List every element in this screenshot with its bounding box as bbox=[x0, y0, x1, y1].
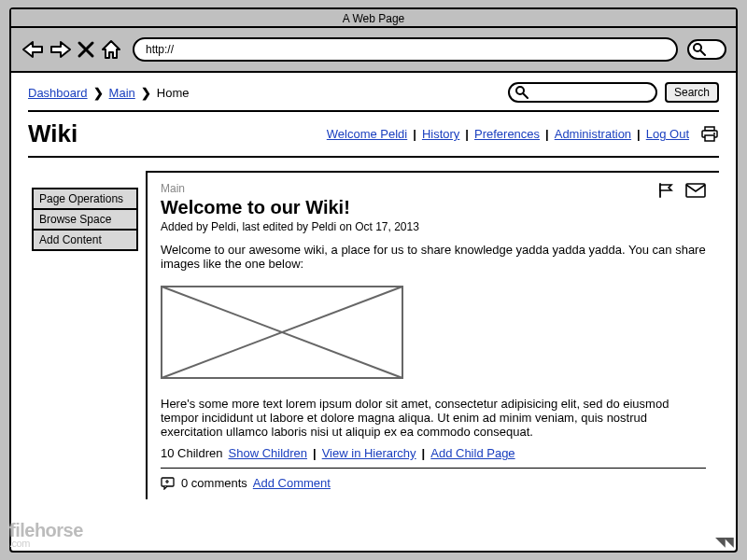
add-comment-link[interactable]: Add Comment bbox=[253, 476, 331, 490]
site-title: Wiki bbox=[28, 119, 78, 148]
divider bbox=[161, 468, 706, 469]
search-input[interactable] bbox=[508, 82, 657, 103]
home-icon[interactable] bbox=[99, 38, 123, 61]
children-row: 10 Children Show Children | View in Hier… bbox=[161, 446, 706, 460]
svg-point-7 bbox=[713, 133, 715, 134]
divider bbox=[28, 156, 719, 158]
browser-toolbar: http:// bbox=[11, 28, 736, 73]
body-paragraph: Here's some more text lorem ipsum dolor … bbox=[161, 397, 706, 439]
nav-administration[interactable]: Administration bbox=[555, 127, 631, 141]
nav-separator: | bbox=[413, 127, 416, 141]
svg-rect-8 bbox=[686, 184, 705, 197]
add-child-page-link[interactable]: Add Child Page bbox=[430, 446, 514, 460]
svg-line-1 bbox=[700, 50, 705, 55]
watermark: filehorse .com bbox=[9, 520, 83, 549]
nav-separator: | bbox=[637, 127, 641, 141]
comments-row: 0 comments Add Comment bbox=[161, 476, 706, 490]
page-meta: Added by Peldi, last edited by Peldi on … bbox=[161, 220, 419, 233]
nav-history[interactable]: History bbox=[422, 127, 459, 141]
search-button[interactable]: Search bbox=[665, 82, 719, 103]
svg-rect-6 bbox=[705, 135, 714, 141]
page-body: Dashboard ❯ Main ❯ Home Search Wiki Welc… bbox=[11, 73, 736, 499]
divider bbox=[28, 110, 719, 112]
nav-separator: | bbox=[465, 127, 469, 141]
resize-grip-icon: ◥◥ bbox=[715, 534, 732, 549]
breadcrumb-link-main[interactable]: Main bbox=[109, 86, 135, 100]
sidebar-item-browse-space[interactable]: Browse Space bbox=[32, 210, 138, 231]
breadcrumb-link-dashboard[interactable]: Dashboard bbox=[28, 86, 88, 100]
magnifier-icon bbox=[693, 43, 706, 56]
body-row: Page Operations Browse Space Add Content… bbox=[28, 171, 719, 499]
page-title: Welcome to our Wiki! bbox=[161, 197, 419, 218]
intro-paragraph: Welcome to our awesome wiki, a place for… bbox=[161, 243, 706, 271]
main-panel: Main Welcome to our Wiki! Added by Peldi… bbox=[146, 171, 719, 499]
mini-search[interactable] bbox=[687, 39, 726, 60]
comments-count: 0 comments bbox=[181, 476, 247, 490]
nav-preferences[interactable]: Preferences bbox=[474, 127, 540, 141]
nav-logout[interactable]: Log Out bbox=[646, 127, 689, 141]
chevron-right-icon: ❯ bbox=[93, 86, 104, 100]
comment-plus-icon bbox=[161, 477, 176, 490]
svg-line-3 bbox=[523, 93, 528, 98]
browser-mock-window: A Web Page http:// Dashboard ❯ Main ❯ Ho… bbox=[9, 7, 738, 553]
print-icon[interactable] bbox=[700, 126, 719, 143]
envelope-icon[interactable] bbox=[685, 182, 706, 199]
nav-separator: | bbox=[545, 127, 549, 141]
image-placeholder bbox=[161, 286, 403, 379]
flag-icon[interactable] bbox=[657, 182, 678, 199]
top-nav: Welcome Peldi | History | Preferences | … bbox=[327, 126, 719, 143]
search-row: Search bbox=[508, 82, 719, 103]
address-bar-text: http:// bbox=[146, 43, 174, 56]
address-bar[interactable]: http:// bbox=[133, 37, 678, 62]
panel-breadcrumb: Main bbox=[161, 182, 419, 195]
nav-welcome[interactable]: Welcome Peldi bbox=[327, 127, 407, 141]
sidebar-item-page-operations[interactable]: Page Operations bbox=[32, 188, 138, 210]
sidebar-item-add-content[interactable]: Add Content bbox=[32, 231, 138, 251]
breadcrumb: Dashboard ❯ Main ❯ Home bbox=[28, 86, 189, 100]
side-nav: Page Operations Browse Space Add Content bbox=[28, 188, 138, 251]
nav-separator: | bbox=[422, 446, 426, 460]
nav-separator: | bbox=[313, 446, 317, 460]
forward-arrow-icon[interactable] bbox=[49, 38, 73, 61]
back-arrow-icon[interactable] bbox=[21, 38, 45, 61]
children-count: 10 Children bbox=[161, 446, 223, 460]
stop-x-icon[interactable] bbox=[77, 40, 95, 59]
show-children-link[interactable]: Show Children bbox=[229, 446, 308, 460]
magnifier-icon bbox=[515, 86, 529, 99]
window-title: A Web Page bbox=[11, 9, 736, 28]
chevron-right-icon: ❯ bbox=[141, 86, 151, 100]
header-row: Wiki Welcome Peldi | History | Preferenc… bbox=[28, 119, 719, 148]
view-hierarchy-link[interactable]: View in Hierarchy bbox=[322, 446, 416, 460]
breadcrumb-current: Home bbox=[157, 86, 190, 100]
